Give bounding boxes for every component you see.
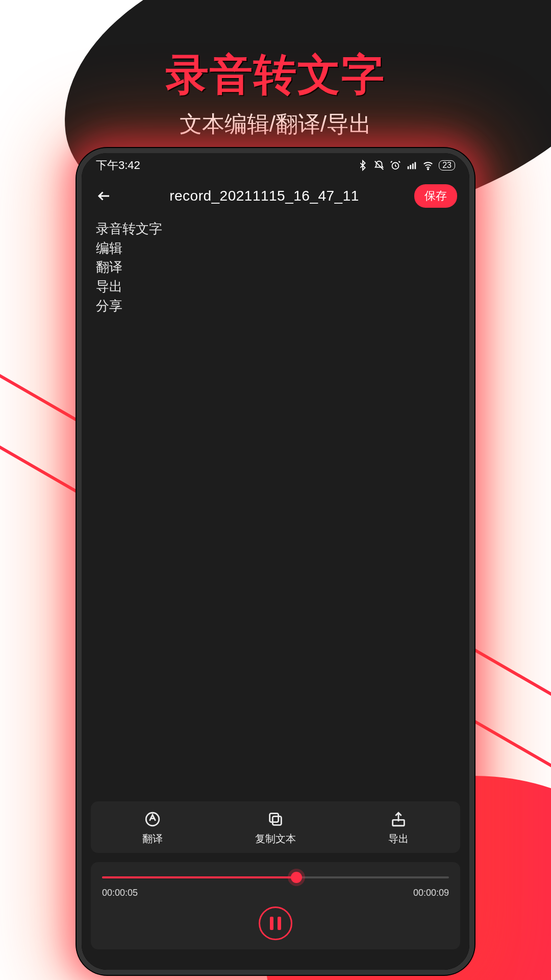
total-time: 00:00:09	[413, 888, 449, 898]
bluetooth-icon	[357, 160, 368, 171]
hero-subtitle: 文本编辑/翻译/导出	[0, 109, 551, 139]
transcript-line: 导出	[96, 277, 455, 297]
hero-title: 录音转文字	[0, 46, 551, 104]
seek-bar[interactable]	[102, 869, 449, 886]
svg-rect-2	[408, 166, 409, 169]
transcript-line: 分享	[96, 297, 455, 316]
arrow-left-icon	[96, 188, 112, 204]
pause-button[interactable]	[259, 906, 292, 940]
pause-icon	[270, 917, 281, 930]
signal-icon	[406, 160, 417, 171]
transcript-line: 翻译	[96, 258, 455, 277]
copy-text-label: 复制文本	[255, 832, 296, 846]
svg-rect-8	[272, 816, 281, 825]
page-title: record_20211115_16_47_11	[124, 188, 404, 204]
battery-indicator: 23	[439, 160, 455, 170]
elapsed-time: 00:00:05	[102, 888, 138, 898]
svg-rect-3	[410, 165, 412, 169]
app-header: record_20211115_16_47_11 保存	[82, 178, 469, 214]
back-button[interactable]	[94, 186, 114, 206]
alarm-icon	[390, 160, 401, 171]
seek-thumb[interactable]	[291, 872, 302, 883]
transcript-line: 编辑	[96, 239, 455, 258]
svg-rect-5	[415, 162, 416, 169]
mute-icon	[373, 160, 385, 171]
status-bar: 下午3:42 23	[82, 153, 469, 178]
svg-rect-9	[270, 814, 279, 822]
audio-player: 00:00:05 00:00:09	[91, 862, 460, 949]
action-bar: 翻译 复制文本 导出	[91, 801, 460, 853]
phone-frame: 下午3:42 23	[77, 148, 474, 975]
export-button[interactable]: 导出	[337, 811, 460, 846]
export-label: 导出	[388, 832, 409, 846]
translate-label: 翻译	[142, 832, 163, 846]
export-icon	[390, 811, 407, 828]
copy-text-button[interactable]: 复制文本	[214, 811, 337, 846]
phone-screen: 下午3:42 23	[82, 153, 469, 970]
seek-fill	[102, 876, 296, 878]
phone-side-button	[78, 255, 82, 286]
wifi-icon	[422, 160, 434, 171]
save-button[interactable]: 保存	[414, 184, 457, 208]
phone-side-button	[469, 235, 473, 276]
hero: 录音转文字 文本编辑/翻译/导出	[0, 46, 551, 139]
translate-icon	[144, 811, 161, 828]
svg-rect-4	[412, 163, 414, 169]
transcript-line: 录音转文字	[96, 219, 455, 239]
copy-icon	[267, 811, 284, 828]
phone-side-button	[469, 291, 473, 357]
transcript-area[interactable]: 录音转文字 编辑 翻译 导出 分享	[82, 214, 469, 801]
svg-point-6	[428, 168, 429, 169]
translate-button[interactable]: 翻译	[91, 811, 214, 846]
status-icons: 23	[357, 160, 455, 171]
status-time: 下午3:42	[96, 158, 140, 173]
